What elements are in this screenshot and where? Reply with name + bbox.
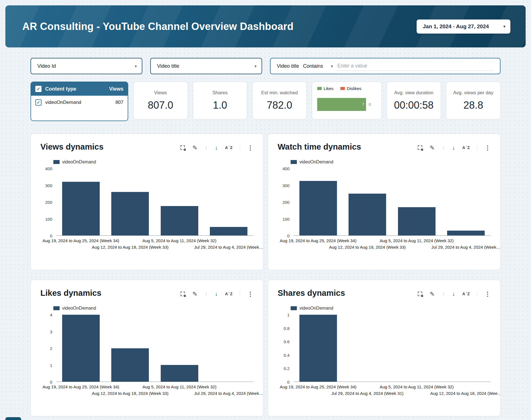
content-type-table-header: ✓ Content type Views bbox=[31, 82, 128, 96]
row-checkbox[interactable]: ✓ bbox=[35, 99, 42, 106]
sort-az-icon[interactable]: A↑Z bbox=[225, 292, 232, 296]
bar[interactable] bbox=[349, 194, 386, 235]
filter-row: Video Id ▾ Video title ▾ Video title Con… bbox=[31, 58, 500, 74]
bar[interactable] bbox=[447, 231, 485, 235]
more-options-icon[interactable]: ⋮ bbox=[485, 145, 491, 151]
contains-operator-dropdown[interactable]: Contains ▾ bbox=[303, 63, 333, 69]
legend-label: videoOnDemand bbox=[62, 159, 96, 165]
chart-legend: videoOnDemand bbox=[53, 159, 253, 165]
chart-legend: videoOnDemand bbox=[53, 306, 253, 311]
bar[interactable] bbox=[62, 182, 100, 235]
likes-legend-label: Likes bbox=[324, 86, 334, 91]
date-range-value: Jan 1, 2024 - Aug 27, 2024 bbox=[423, 23, 489, 30]
content-type-table: ✓ Content type Views ✓ videoOnDemand 807 bbox=[31, 82, 128, 121]
legend-swatch bbox=[53, 160, 60, 164]
video-title-filter-dropdown[interactable]: Video title ▾ bbox=[150, 58, 262, 74]
bar[interactable] bbox=[111, 192, 149, 235]
toolbar-divider bbox=[240, 291, 240, 297]
bar[interactable] bbox=[398, 207, 436, 235]
x-axis-label: Jul 29, 2024 to Aug 4, 2024 (Week… bbox=[431, 245, 500, 250]
bar-slot bbox=[293, 169, 343, 235]
x-axis-label: Aug 5, 2024 to Aug 11, 2024 (Week 32) bbox=[380, 384, 454, 389]
sort-ascending-icon[interactable]: ↑ bbox=[205, 291, 208, 297]
bar-slot bbox=[343, 315, 392, 382]
x-axis-label: Aug 12, 2024 to Aug 18, 2024 (Week 33) bbox=[329, 245, 406, 250]
legend-label: videoOnDemand bbox=[62, 306, 96, 311]
scorecard-value: 00:00:58 bbox=[394, 99, 434, 111]
scorecard-value: 782.0 bbox=[267, 99, 292, 111]
legend-label: videoOnDemand bbox=[299, 306, 333, 311]
y-axis-tick: 0 bbox=[287, 233, 290, 238]
bar-chart-plot: 0100200300400 Aug 19, 2024 to Aug 25, 20… bbox=[40, 169, 253, 252]
filter-value-input[interactable] bbox=[337, 61, 494, 71]
content-type-column-header[interactable]: Content type bbox=[45, 86, 76, 92]
dislikes-legend-label: Dislikes bbox=[347, 86, 362, 91]
dislikes-legend-item: Dislikes bbox=[340, 86, 362, 91]
y-axis-tick: 400 bbox=[45, 166, 52, 171]
scorecard-value: 1.0 bbox=[213, 99, 227, 111]
sort-ascending-icon[interactable]: ↑ bbox=[205, 145, 208, 150]
y-axis-tick: 200 bbox=[45, 200, 52, 205]
sort-descending-icon[interactable]: ↓ bbox=[215, 145, 218, 150]
y-axis: 0100200300400 bbox=[40, 169, 56, 236]
bar[interactable] bbox=[161, 365, 198, 382]
bar-chart-plot: 00.20.40.60.81 Aug 19, 2024 to Aug 25, 2… bbox=[278, 315, 491, 398]
y-axis-tick: 0.8 bbox=[284, 326, 290, 331]
bars-area bbox=[56, 315, 253, 382]
y-axis: 00.20.40.60.81 bbox=[278, 315, 293, 382]
sort-descending-icon[interactable]: ↓ bbox=[215, 291, 218, 297]
sort-descending-icon[interactable]: ↓ bbox=[452, 145, 455, 150]
scorecard-label: Views bbox=[154, 90, 167, 96]
sort-az-icon[interactable]: A↑Z bbox=[462, 146, 470, 150]
x-axis-label: Aug 19, 2024 to Aug 25, 2024 (Week 34) bbox=[42, 384, 119, 389]
x-axis-label: Jul 29, 2024 to Aug 4, 2024 (Week 31) bbox=[331, 391, 404, 396]
bar-slot bbox=[106, 315, 155, 382]
select-mode-icon[interactable] bbox=[418, 145, 422, 150]
operator-value: Contains bbox=[303, 63, 323, 69]
edit-icon[interactable]: ✎ bbox=[430, 145, 435, 151]
edit-icon[interactable]: ✎ bbox=[192, 291, 197, 297]
sort-descending-icon[interactable]: ↓ bbox=[452, 291, 455, 297]
date-range-picker[interactable]: Jan 1, 2024 - Aug 27, 2024 ▾ bbox=[417, 19, 510, 34]
edit-icon[interactable]: ✎ bbox=[192, 145, 197, 151]
shares-dynamics-chart: Shares dynamics ✎ ↑ ↓ A↑Z ⋮ videoOnDeman… bbox=[268, 280, 500, 416]
x-axis-labels: Aug 19, 2024 to Aug 25, 2024 (Week 34)Au… bbox=[293, 236, 491, 252]
y-axis: 01234 bbox=[40, 315, 56, 382]
chart-title: Watch time dynamics bbox=[278, 142, 361, 152]
sort-az-icon[interactable]: A↑Z bbox=[225, 146, 232, 150]
more-options-icon[interactable]: ⋮ bbox=[247, 145, 253, 151]
next-section-peek bbox=[5, 417, 21, 420]
x-axis-label: Aug 12, 2024 to Aug 18, 2024 (Week 33) bbox=[92, 391, 169, 396]
content-type-table-row[interactable]: ✓ videoOnDemand 807 bbox=[31, 96, 128, 109]
bar[interactable] bbox=[111, 348, 149, 382]
more-options-icon[interactable]: ⋮ bbox=[485, 291, 491, 297]
bar[interactable] bbox=[62, 315, 100, 382]
y-axis-tick: 100 bbox=[282, 216, 290, 221]
bar[interactable] bbox=[299, 315, 337, 382]
x-axis-label: Aug 12, 2024 to Aug 18, 2024 (Week 33) bbox=[92, 245, 169, 250]
select-mode-icon[interactable] bbox=[180, 145, 185, 150]
bar-slot bbox=[56, 169, 106, 235]
chart-toolbar: ✎ ↑ ↓ A↑Z ⋮ bbox=[418, 291, 491, 298]
sort-ascending-icon[interactable]: ↑ bbox=[442, 291, 445, 297]
sort-ascending-icon[interactable]: ↑ bbox=[442, 145, 445, 150]
bar[interactable] bbox=[210, 227, 247, 235]
select-mode-icon[interactable] bbox=[180, 292, 185, 296]
views-column-header[interactable]: Views bbox=[109, 86, 123, 92]
sort-az-icon[interactable]: A↑Z bbox=[462, 292, 470, 296]
scorecard-value: 807.0 bbox=[148, 99, 173, 111]
bar[interactable] bbox=[299, 181, 337, 235]
scorecard-label: Est min. watched bbox=[261, 90, 298, 96]
video-id-filter-dropdown[interactable]: Video Id ▾ bbox=[31, 58, 142, 74]
y-axis-tick: 4 bbox=[50, 312, 52, 317]
edit-icon[interactable]: ✎ bbox=[430, 291, 435, 297]
likes-swatch bbox=[317, 87, 322, 90]
x-axis-label: Aug 5, 2024 to Aug 11, 2024 (Week 32) bbox=[380, 238, 454, 243]
select-all-checkbox[interactable]: ✓ bbox=[35, 86, 42, 92]
likes-bar[interactable]: 7 bbox=[317, 98, 366, 111]
dislikes-swatch bbox=[340, 87, 345, 90]
select-mode-icon[interactable] bbox=[418, 292, 422, 296]
avg-view-duration-scorecard: Avg. view duration 00:00:58 bbox=[387, 82, 441, 119]
bar[interactable] bbox=[161, 206, 198, 235]
more-options-icon[interactable]: ⋮ bbox=[247, 291, 253, 297]
